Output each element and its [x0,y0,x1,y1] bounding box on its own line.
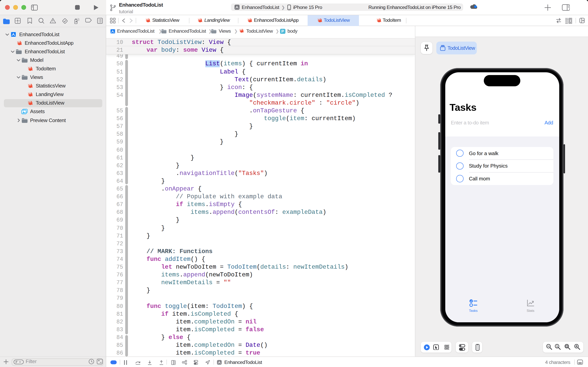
svg-text:1: 1 [556,344,558,348]
